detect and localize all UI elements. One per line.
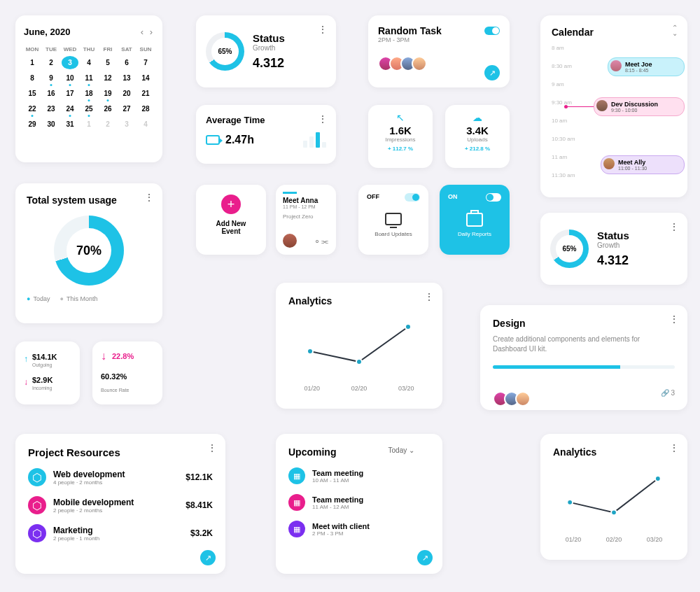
status-value: 4.312 (253, 56, 285, 71)
attachments[interactable]: 🔗 3 (661, 389, 675, 397)
more-icon[interactable]: ⋮ (207, 442, 217, 453)
calendar-dow: TUE (43, 45, 59, 54)
calendar-day[interactable]: 9 (43, 71, 59, 85)
plus-icon[interactable]: + (221, 195, 241, 214)
calendar-day[interactable]: 4 (80, 56, 97, 69)
toggle[interactable] (405, 193, 420, 202)
calendar-day[interactable]: 11 (80, 71, 97, 85)
calendar-widget: June, 2020 ‹ › MONTUEWEDTHUFRISATSUN1234… (15, 15, 162, 162)
calendar-day[interactable]: 3 (62, 56, 78, 69)
timeline-nav[interactable]: ⌃⌄ (672, 25, 678, 36)
uploads-stat: ☁ 3.4K Uploads + 212.8 % (445, 105, 510, 168)
calendar-day[interactable]: 2 (43, 56, 59, 69)
resource-item[interactable]: ⬡Mobile development2 people · 2 months$8… (28, 496, 213, 514)
upcoming-name: Meet with client (312, 522, 370, 530)
more-icon[interactable]: ⋮ (669, 313, 679, 325)
calendar-day[interactable]: 14 (137, 71, 154, 85)
expand-icon[interactable]: ↗ (484, 65, 500, 80)
share-icon[interactable]: ⚬⫘ (314, 237, 329, 246)
meet-anna-card[interactable]: Meet Anna 11 PM - 12 PM Project Zero ⚬⫘ (276, 185, 336, 255)
calendar-day[interactable]: 28 (137, 102, 154, 115)
calendar-day[interactable]: 1 (80, 118, 97, 131)
bounce-label: Bounce Rate (101, 388, 129, 393)
more-icon[interactable]: ⋮ (318, 113, 328, 125)
resource-sub: 2 people · 2 months (53, 507, 134, 514)
random-task-title: Random Task (378, 25, 500, 36)
more-icon[interactable]: ⋮ (318, 24, 328, 35)
calendar-day[interactable]: 20 (118, 87, 135, 100)
calendar-day[interactable]: 24 (62, 102, 78, 115)
calendar-day[interactable]: 8 (24, 71, 41, 85)
calendar-day[interactable]: 3 (118, 118, 135, 131)
analytics-title: Analytics (288, 295, 430, 306)
upcoming-item[interactable]: ▦Team meeting10 AM - 11 AM (288, 467, 430, 484)
upcoming-filter[interactable]: Today ⌄ (388, 446, 414, 454)
calendar-day[interactable]: 10 (62, 71, 78, 85)
timeline-event[interactable]: Meet Ally11:00 - 11:30 (601, 155, 685, 174)
calendar-day[interactable]: 22 (24, 102, 41, 115)
design-avatars (493, 391, 531, 407)
calendar-next-icon[interactable]: › (150, 27, 153, 37)
calendar-day[interactable]: 7 (137, 56, 154, 69)
calendar-day[interactable]: 4 (137, 118, 154, 131)
event-name: Meet Anna (283, 197, 329, 204)
card-label: Daily Reports (448, 231, 501, 237)
toggle[interactable] (486, 193, 501, 202)
timeline-event[interactable]: Meet Joe8:15 - 8:45 (608, 57, 685, 76)
legend-today[interactable]: Today (27, 295, 50, 302)
calendar-day[interactable]: 19 (99, 87, 116, 100)
time-slot-label: 8 am (552, 45, 564, 51)
calendar-day[interactable]: 18 (80, 87, 97, 100)
upcoming-item[interactable]: ▦Team meeting11 AM - 12 AM (288, 494, 430, 511)
calendar-prev-icon[interactable]: ‹ (141, 27, 144, 37)
status-card: 65% Status Growth 4.312 ⋮ (196, 15, 336, 87)
more-icon[interactable]: ⋮ (144, 192, 154, 203)
card-label: Board Updates (367, 231, 420, 237)
calendar-dow: MON (24, 45, 41, 54)
upcoming-item[interactable]: ▦Meet with client2 PM - 3 PM (288, 521, 430, 537)
calendar-day[interactable]: 23 (43, 102, 59, 115)
resource-item[interactable]: ⬡Marketing2 people · 1 month$3.2K (28, 524, 213, 542)
resource-amount: $8.41K (186, 500, 213, 510)
bounce-value: 60.32% (101, 372, 127, 381)
board-updates-card: OFF Board Updates (358, 185, 428, 255)
calendar-day[interactable]: 13 (118, 71, 135, 85)
status-donut: 65% (206, 32, 244, 71)
more-icon[interactable]: ⋮ (424, 291, 434, 302)
calendar-day[interactable]: 17 (62, 87, 78, 100)
legend-month[interactable]: This Month (59, 295, 97, 302)
arrow-down-icon: ↓ (24, 377, 28, 387)
calendar-day[interactable]: 12 (99, 71, 116, 85)
resource-amount: $12.1K (186, 472, 213, 482)
add-event-card[interactable]: + Add New Event (196, 185, 266, 255)
timeline-event[interactable]: Dev Discussion9:30 - 10:00 (594, 97, 685, 116)
calendar-day[interactable]: 5 (99, 56, 116, 69)
event-time: 11 PM - 12 PM (283, 204, 329, 209)
impressions-stat: ↖ 1.6K Impressions + 112.7 % (368, 105, 433, 168)
time-slot-label: 8:30 am (552, 63, 572, 69)
incoming-value: $2.9K (32, 376, 52, 384)
task-toggle[interactable] (484, 27, 500, 35)
calendar-day[interactable]: 31 (62, 118, 78, 131)
calendar-day[interactable]: 25 (80, 102, 97, 115)
calendar-day[interactable]: 2 (99, 118, 116, 131)
event-name: Dev Discussion (611, 101, 678, 108)
calendar-day[interactable]: 16 (43, 87, 59, 100)
time-slot-label: 10:30 am (552, 136, 575, 142)
more-icon[interactable]: ⋮ (669, 221, 679, 232)
calendar-day[interactable]: 6 (118, 56, 135, 69)
calendar-day[interactable]: 1 (24, 56, 41, 69)
calendar-day[interactable]: 30 (43, 118, 59, 131)
expand-icon[interactable]: ↗ (417, 550, 433, 565)
calendar-day[interactable]: 21 (137, 87, 154, 100)
avatar (515, 391, 531, 407)
expand-icon[interactable]: ↗ (200, 550, 216, 565)
more-icon[interactable]: ⋮ (669, 442, 679, 453)
calendar-day[interactable]: 15 (24, 87, 41, 100)
calendar-day[interactable]: 29 (24, 118, 41, 131)
status-donut: 65% (550, 230, 589, 268)
design-title: Design (493, 318, 675, 329)
calendar-day[interactable]: 26 (99, 102, 116, 115)
calendar-day[interactable]: 27 (118, 102, 135, 115)
resource-item[interactable]: ⬡Web development4 people · 2 months$12.1… (28, 468, 213, 486)
